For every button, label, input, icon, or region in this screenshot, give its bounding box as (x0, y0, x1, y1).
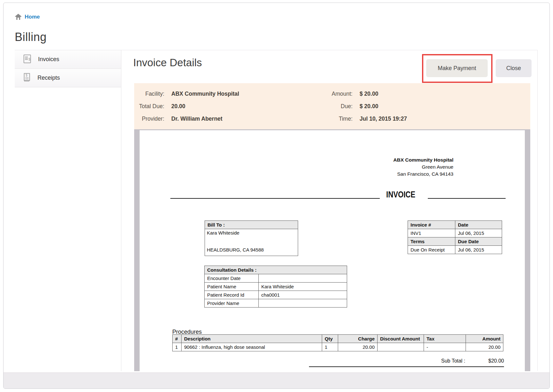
bill-to-header: Bill To : (205, 221, 298, 229)
summary-row-total-due: Total Due: 20.00 (134, 100, 301, 113)
close-button[interactable]: Close (496, 59, 532, 77)
svg-text:$: $ (26, 74, 28, 77)
content-card: $ Invoices $ Rec (15, 50, 538, 371)
sidebar-item-label: Receipts (37, 75, 60, 81)
invoice-number-label: Invoice # (408, 221, 455, 229)
bill-to-table: Bill To : Kara Whiteside HEALDSBURG, CA … (205, 220, 298, 256)
make-payment-button[interactable]: Make Payment (426, 59, 488, 77)
hospital-address-block: ABX Community Hospital Green Avenue San … (393, 156, 453, 178)
procedure-description: 90662 : Influenza, high dose seasonal (182, 343, 322, 351)
time-label: Time: (317, 116, 353, 122)
procedure-index: 1 (173, 343, 182, 351)
due-date-value: Jul 06, 2015 (455, 246, 502, 254)
procedure-charge: 20.00 (338, 343, 378, 351)
due-value: $ 20.00 (360, 103, 378, 110)
patient-record-id-value: cha0001 (259, 291, 347, 299)
provider-value: Dr. William Abernet (171, 116, 223, 122)
hospital-name: ABX Community Hospital (393, 156, 453, 164)
provider-name-label: Provider Name (205, 299, 259, 308)
patient-record-id-label: Patient Record Id (205, 291, 259, 299)
col-header-qty: Qty (322, 335, 338, 343)
consultation-header: Consultation Details : (205, 266, 347, 274)
amount-label: Amount: (317, 91, 353, 97)
consultation-details-table: Consultation Details : Encounter Date Pa… (204, 266, 347, 308)
sidebar: $ Invoices $ Rec (15, 50, 121, 371)
summary-row-due: Due: $ 20.00 (317, 100, 509, 113)
procedure-discount (378, 343, 424, 351)
subtotal-label: Sub Total : (441, 358, 465, 364)
procedure-amount: 20.00 (466, 343, 503, 351)
invoice-title-rule-left (170, 198, 380, 199)
amount-value: $ 20.00 (360, 91, 378, 97)
invoice-details-title: Invoice Details (133, 57, 202, 69)
total-due-label: Total Due: (134, 103, 164, 110)
col-header-discount: Discount Amount (378, 335, 424, 343)
summary-right-column: Amount: $ 20.00 Due: $ 20.00 Time: Jul 1… (317, 88, 509, 129)
invoice-document-page: ABX Community Hospital Green Avenue San … (140, 130, 525, 371)
sidebar-item-invoices[interactable]: $ Invoices (15, 50, 121, 69)
summary-row-provider: Provider: Dr. William Abernet (134, 113, 301, 125)
invoice-date-label: Date (455, 221, 502, 229)
svg-text:$: $ (28, 57, 30, 61)
col-header-tax: Tax (424, 335, 466, 343)
sidebar-item-label: Invoices (38, 56, 59, 63)
breadcrumb[interactable]: Home (15, 14, 40, 20)
facility-label: Facility: (134, 91, 164, 97)
procedure-tax: - (424, 343, 466, 351)
facility-value: ABX Community Hospital (171, 91, 239, 97)
col-header-amount: Amount (466, 335, 503, 343)
sidebar-item-receipts[interactable]: $ Receipts (15, 69, 121, 87)
breadcrumb-home-link[interactable]: Home (25, 14, 40, 20)
page-title: Billing (15, 30, 47, 44)
patient-name-value: Kara Whiteside (259, 283, 347, 291)
invoice-date-value: Jul 06, 2015 (455, 229, 502, 237)
time-value: Jul 10, 2015 19:27 (360, 116, 407, 122)
procedures-table: # Description Qty Charge Discount Amount… (172, 334, 503, 351)
subtotal-row: Sub Total : $20.00 (309, 358, 504, 367)
encounter-date-label: Encounter Date (205, 274, 259, 283)
provider-label: Provider: (134, 116, 164, 122)
home-icon (15, 14, 22, 20)
patient-name-label: Patient Name (205, 283, 259, 291)
receipt-icon: $ (23, 73, 30, 83)
bill-to-body: Kara Whiteside HEALDSBURG, CA 94588 (205, 229, 298, 256)
invoice-document-title: INVOICE (386, 190, 415, 200)
invoice-icon: $ (23, 54, 31, 65)
summary-left-column: Facility: ABX Community Hospital Total D… (134, 88, 301, 129)
hospital-address-line2: San Francisco, CA 94143 (393, 171, 453, 178)
provider-name-value (259, 299, 347, 308)
due-label: Due: (317, 103, 353, 110)
invoice-meta-table: Invoice # Date INV1 Jul 06, 2015 Terms D… (408, 220, 502, 254)
subtotal-value: $20.00 (488, 358, 504, 364)
app-frame: Home Billing $ Inv (3, 3, 550, 389)
hospital-address-line1: Green Avenue (393, 164, 453, 171)
bill-to-city: HEALDSBURG, CA 94588 (207, 247, 296, 252)
summary-row-facility: Facility: ABX Community Hospital (134, 88, 301, 100)
encounter-date-value (259, 274, 347, 283)
bill-to-name: Kara Whiteside (207, 230, 296, 236)
due-date-label: Due Date (455, 237, 502, 246)
footer-band (4, 372, 549, 388)
invoice-number-value: INV1 (408, 229, 455, 237)
col-header-index: # (173, 335, 182, 343)
col-header-description: Description (182, 335, 322, 343)
invoice-summary-panel: Facility: ABX Community Hospital Total D… (134, 83, 530, 129)
procedure-qty: 1 (322, 343, 338, 351)
invoice-document-viewer[interactable]: ABX Community Hospital Green Avenue San … (134, 129, 530, 371)
summary-row-amount: Amount: $ 20.00 (317, 88, 509, 100)
terms-label: Terms (408, 237, 455, 246)
procedure-row: 1 90662 : Influenza, high dose seasonal … (173, 343, 503, 351)
col-header-charge: Charge (338, 335, 378, 343)
terms-value: Due On Receipt (408, 246, 455, 254)
summary-row-time: Time: Jul 10, 2015 19:27 (317, 113, 509, 125)
billing-screen: Home Billing $ Inv (0, 0, 553, 392)
invoice-title-rule-right (428, 198, 506, 199)
total-due-value: 20.00 (171, 103, 185, 110)
